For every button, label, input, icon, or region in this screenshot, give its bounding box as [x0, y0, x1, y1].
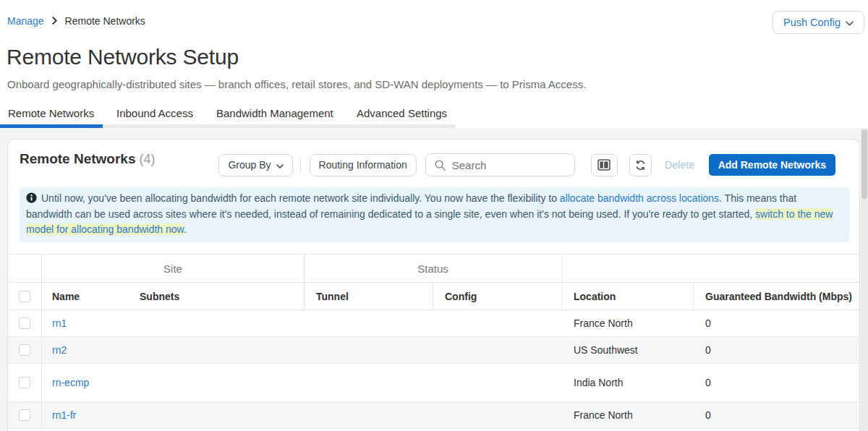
- info-icon: [26, 192, 37, 203]
- row-checkbox-cell: [8, 310, 42, 336]
- row-tunnel-cell: [305, 337, 433, 363]
- row-bandwidth-cell: 0: [694, 337, 859, 363]
- remote-network-link[interactable]: rn-ecmp: [52, 377, 89, 388]
- column-header-subnets[interactable]: Subnets: [129, 283, 305, 310]
- group-header-status: Status: [305, 255, 562, 282]
- table-row: rn1 France North 0: [8, 310, 859, 336]
- tab-bandwidth-management[interactable]: Bandwidth Management: [216, 107, 333, 119]
- group-header-site: Site: [42, 255, 305, 282]
- breadcrumb-manage-link[interactable]: Manage: [7, 15, 44, 27]
- remote-network-link[interactable]: rn2: [52, 344, 67, 356]
- row-name-cell: rn1: [42, 310, 305, 336]
- row-config-cell: [433, 364, 562, 401]
- header-checkbox-cell: [8, 283, 42, 310]
- info-banner: Until now, you've been allocating bandwi…: [20, 187, 849, 242]
- column-header-bandwidth[interactable]: Guaranteed Bandwidth (Mbps): [694, 283, 859, 310]
- banner-text-1: Until now, you've been allocating bandwi…: [41, 192, 560, 204]
- tab-advanced-settings[interactable]: Advanced Settings: [357, 107, 447, 119]
- table-header-row: Name Subnets Tunnel Config Location Guar…: [8, 282, 859, 310]
- refresh-icon: [635, 160, 646, 171]
- column-header-config[interactable]: Config: [433, 283, 562, 310]
- row-name-cell: rn2: [42, 337, 305, 363]
- row-checkbox-cell: [8, 337, 42, 363]
- panel-title: Remote Networks(4): [20, 151, 156, 167]
- row-name-cell: rn-ecmp: [42, 364, 305, 401]
- row-checkbox-cell: [8, 364, 42, 401]
- group-by-label: Group By: [228, 159, 271, 171]
- table-bottom-edge: [8, 428, 859, 431]
- column-header-name[interactable]: Name: [42, 283, 129, 310]
- routing-information-button[interactable]: Routing Information: [310, 154, 417, 176]
- column-header-location[interactable]: Location: [562, 283, 694, 310]
- tab-inbound-access[interactable]: Inbound Access: [116, 107, 193, 119]
- row-location-cell: France North: [562, 310, 694, 336]
- push-config-label: Push Config: [783, 17, 841, 28]
- allocate-bandwidth-link[interactable]: allocate bandwidth across locations: [560, 192, 719, 204]
- toolbar-divider: [300, 157, 301, 173]
- add-remote-networks-button[interactable]: Add Remote Networks: [709, 154, 835, 176]
- remote-networks-panel: Remote Networks(4) Group By Routing Info…: [7, 139, 860, 431]
- row-checkbox[interactable]: [19, 317, 30, 329]
- page-title: Remote Networks Setup: [7, 45, 239, 69]
- row-bandwidth-cell: 0: [694, 402, 859, 428]
- chevron-down-icon: [846, 17, 854, 28]
- remote-network-link[interactable]: rn1: [52, 317, 67, 329]
- refresh-button[interactable]: [629, 154, 652, 176]
- search-input[interactable]: [452, 159, 561, 171]
- search-icon: [434, 159, 446, 171]
- chevron-down-icon: [276, 159, 284, 171]
- table-row: rn1-fr France North 0: [8, 401, 859, 428]
- table-row: rn-ecmp India North 0: [8, 363, 859, 401]
- delete-button[interactable]: Delete: [657, 159, 703, 171]
- page-subtitle: Onboard geographically-distributed sites…: [7, 78, 586, 90]
- scrollbar-thumb[interactable]: [861, 129, 867, 199]
- row-config-cell: [433, 310, 562, 336]
- panel-count: (4): [140, 152, 156, 166]
- routing-information-label: Routing Information: [319, 159, 407, 171]
- row-checkbox[interactable]: [19, 344, 30, 356]
- row-tunnel-cell: [305, 310, 433, 336]
- remote-networks-table: Site Status Name Subnets Tunnel Config L…: [8, 254, 859, 431]
- vertical-scrollbar[interactable]: [861, 128, 868, 431]
- row-checkbox[interactable]: [19, 409, 30, 421]
- tab-remote-networks[interactable]: Remote Networks: [8, 107, 94, 119]
- column-settings-button[interactable]: [591, 154, 618, 176]
- row-bandwidth-cell: 0: [694, 364, 859, 401]
- push-config-button[interactable]: Push Config: [773, 11, 864, 34]
- breadcrumb-current: Remote Networks: [65, 15, 145, 27]
- select-all-checkbox[interactable]: [19, 291, 30, 302]
- row-bandwidth-cell: 0: [694, 310, 859, 336]
- row-location-cell: US Southwest: [562, 337, 694, 363]
- banner-text-3: .: [184, 223, 187, 235]
- row-checkbox[interactable]: [19, 377, 30, 388]
- group-header-checkbox-cell: [8, 255, 42, 282]
- row-location-cell: France North: [562, 402, 694, 428]
- row-config-cell: [433, 402, 562, 428]
- table-group-header-row: Site Status: [8, 254, 859, 282]
- search-box[interactable]: [425, 153, 575, 176]
- breadcrumb: Manage Remote Networks: [7, 15, 145, 27]
- table-toolbar: Group By Routing Information Delete Add …: [218, 153, 835, 176]
- group-header-empty: [562, 255, 859, 282]
- chevron-right-icon: [52, 15, 57, 27]
- group-by-button[interactable]: Group By: [218, 154, 292, 176]
- row-name-cell: rn1-fr: [42, 402, 305, 428]
- remote-network-link[interactable]: rn1-fr: [52, 409, 76, 421]
- panel-title-text: Remote Networks: [20, 151, 136, 166]
- top-header: Manage Remote Networks Push Config Remot…: [0, 0, 868, 128]
- row-tunnel-cell: [305, 402, 433, 428]
- row-config-cell: [433, 337, 562, 363]
- row-tunnel-cell: [305, 364, 433, 401]
- column-header-tunnel[interactable]: Tunnel: [305, 283, 433, 310]
- table-row: rn2 US Southwest 0: [8, 336, 859, 363]
- row-location-cell: India North: [562, 364, 694, 401]
- row-checkbox-cell: [8, 402, 42, 428]
- columns-icon: [597, 159, 610, 171]
